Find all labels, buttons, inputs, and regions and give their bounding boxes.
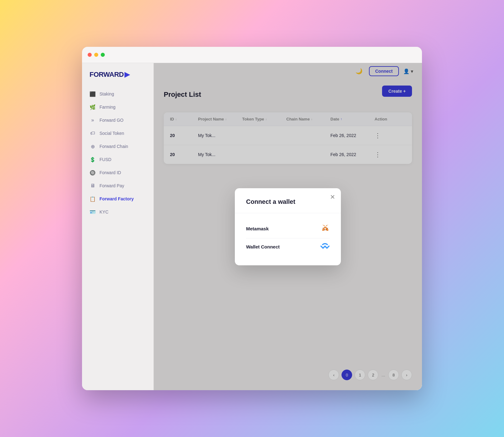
forward-factory-icon: 📋 (90, 196, 96, 202)
sidebar-item-forward-id[interactable]: 🔘 Forward ID (82, 166, 153, 179)
forward-go-icon: » (90, 117, 96, 123)
sidebar-label-fusd: FUSD (99, 157, 111, 162)
main-content: 🌙 Connect 👤 ▾ Project List Create + (154, 63, 422, 390)
forward-id-icon: 🔘 (90, 169, 96, 176)
social-token-icon: 🏷 (90, 130, 96, 136)
sidebar-item-staking[interactable]: ⬛ Staking (82, 87, 153, 101)
walletconnect-option[interactable]: Wallet Connect (246, 238, 330, 255)
sidebar-label-forward-factory: Forward Factory (99, 196, 134, 201)
svg-marker-5 (325, 226, 327, 228)
sidebar-item-farming[interactable]: 🌿 Farming (82, 101, 153, 114)
walletconnect-icon (320, 243, 330, 251)
kyc-icon: 🪪 (90, 209, 96, 215)
svg-marker-20 (325, 229, 326, 230)
metamask-icon (321, 224, 330, 234)
logo-text: FORWARD (90, 71, 124, 79)
sidebar-label-forward-go: Forward GO (99, 118, 124, 123)
sidebar-item-kyc[interactable]: 🪪 KYC (82, 205, 153, 219)
metamask-option[interactable]: Metamask (246, 219, 330, 238)
sidebar-label-forward-chain: Forward Chain (99, 144, 128, 149)
close-dot[interactable] (88, 53, 92, 57)
sidebar-item-forward-go[interactable]: » Forward GO (82, 114, 153, 127)
app-window: FORWARD▶ ⬛ Staking 🌿 Farming » Forward G… (82, 47, 422, 390)
window-controls (88, 53, 105, 57)
sidebar-item-forward-pay[interactable]: 🖥 Forward Pay (82, 179, 153, 192)
forward-chain-icon: ⊕ (90, 143, 96, 150)
minimize-dot[interactable] (94, 53, 98, 57)
logo-arrow: ▶ (124, 71, 130, 79)
staking-icon: ⬛ (90, 91, 96, 97)
sidebar-label-farming: Farming (99, 105, 115, 110)
close-icon: ✕ (330, 194, 335, 200)
svg-marker-4 (323, 226, 325, 228)
sidebar-label-staking: Staking (99, 91, 114, 96)
sidebar-label-kyc: KYC (99, 209, 109, 214)
connect-wallet-modal: Connect a wallet ✕ Metamask (235, 188, 341, 265)
sidebar-item-fusd[interactable]: 💲 FUSD (82, 153, 153, 166)
maximize-dot[interactable] (101, 53, 105, 57)
forward-pay-icon: 🖥 (90, 183, 96, 189)
svg-marker-1 (322, 224, 325, 226)
modal-title: Connect a wallet (246, 198, 330, 205)
fusd-icon: 💲 (90, 156, 96, 163)
walletconnect-label: Wallet Connect (246, 244, 280, 249)
sidebar-label-social-token: Social Token (99, 131, 124, 136)
sidebar: FORWARD▶ ⬛ Staking 🌿 Farming » Forward G… (82, 63, 154, 390)
modal-overlay[interactable]: Connect a wallet ✕ Metamask (154, 63, 422, 390)
sidebar-label-forward-id: Forward ID (99, 170, 121, 175)
metamask-label: Metamask (246, 226, 269, 231)
svg-marker-0 (326, 224, 328, 226)
farming-icon: 🌿 (90, 104, 96, 110)
title-bar (82, 47, 422, 63)
modal-divider (235, 213, 341, 213)
modal-close-button[interactable]: ✕ (330, 193, 335, 201)
main-layout: FORWARD▶ ⬛ Staking 🌿 Farming » Forward G… (82, 63, 422, 390)
sidebar-item-forward-factory[interactable]: 📋 Forward Factory (82, 192, 153, 205)
sidebar-label-forward-pay: Forward Pay (99, 183, 124, 188)
sidebar-item-social-token[interactable]: 🏷 Social Token (82, 127, 153, 140)
logo: FORWARD▶ (82, 71, 153, 87)
sidebar-item-forward-chain[interactable]: ⊕ Forward Chain (82, 140, 153, 153)
